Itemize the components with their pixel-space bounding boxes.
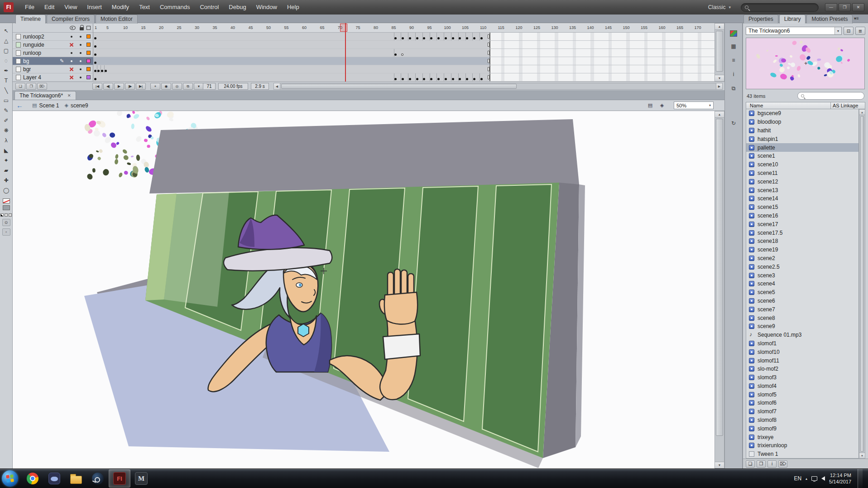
library-item-slomof10[interactable]: slomof10 (746, 348, 858, 356)
taskbar-chrome-icon[interactable] (22, 469, 43, 488)
chevron-down-icon[interactable]: ▾ (834, 27, 841, 34)
swatches-panel-icon[interactable]: ▦ (729, 42, 739, 51)
menu-control[interactable]: Control (195, 0, 224, 14)
tab-properties[interactable]: Properties (743, 14, 778, 24)
layer-lock-dot[interactable] (80, 77, 82, 78)
layer-visible-dot[interactable] (71, 52, 72, 54)
library-item-slomof3[interactable]: slomof3 (746, 373, 858, 382)
library-item-slomof6[interactable]: slomof6 (746, 399, 858, 407)
show-desktop-button[interactable] (858, 469, 863, 488)
taskbar-flash-icon[interactable]: Fl (109, 469, 130, 488)
library-item-trixeye[interactable]: trixeye (746, 433, 858, 441)
library-item-scene2-5[interactable]: scene2.5 (746, 262, 858, 271)
layer-row-bg[interactable]: bg✎ (13, 57, 93, 65)
library-item-pallette[interactable]: pallette (746, 143, 858, 152)
frames-runguide[interactable] (93, 41, 715, 49)
library-scrollbar[interactable]: ▲ ▼ (859, 109, 865, 459)
library-item-scene10[interactable]: scene10 (746, 160, 858, 169)
language-indicator[interactable]: EN (794, 475, 801, 482)
new-folder-button[interactable]: ❐ (757, 460, 766, 468)
align-panel-icon[interactable]: ≡ (729, 56, 739, 65)
taskbar-maya-icon[interactable]: M (130, 469, 152, 488)
library-item-scene8[interactable]: scene8 (746, 314, 858, 322)
edit-scene-button[interactable]: ▤ (646, 101, 655, 109)
layer-row-runloop[interactable]: runloop (13, 49, 93, 57)
delete-layer-button[interactable]: ⌦ (37, 83, 47, 90)
menu-commands[interactable]: Commands (155, 0, 195, 14)
deco-tool[interactable]: ❋ (1, 126, 11, 135)
selection-tool[interactable]: ↖ (1, 26, 11, 35)
library-column-headers[interactable]: Name AS Linkage (746, 102, 865, 109)
scroll-up-arrow[interactable]: ▲ (859, 110, 865, 115)
wagon-roof[interactable] (149, 119, 579, 193)
scroll-right-arrow[interactable]: ▶ (716, 83, 722, 89)
library-item-trixierunloop[interactable]: trixierunloop (746, 441, 858, 450)
scroll-down-arrow[interactable]: ▼ (715, 75, 724, 81)
scroll-down-arrow[interactable]: ▼ (715, 462, 724, 468)
menu-text[interactable]: Text (134, 0, 155, 14)
playhead-marker[interactable] (340, 24, 347, 32)
timeline-horizontal-scrollbar[interactable]: ◀ ▶ (273, 83, 723, 90)
library-item-scene9[interactable]: scene9 (746, 322, 858, 331)
onion-skin-button[interactable]: ◉ (161, 83, 171, 90)
panel-menu-icon[interactable]: ▾≡ (854, 16, 859, 21)
taskbar-explorer-icon[interactable] (65, 469, 87, 488)
library-search-input[interactable] (797, 92, 864, 100)
layer-hidden-x-icon[interactable] (69, 67, 74, 72)
text-tool[interactable]: T (1, 76, 11, 85)
frames-bg[interactable] (93, 57, 715, 65)
library-item-slomof11[interactable]: slomof11 (746, 356, 858, 365)
library-item-slomof9[interactable]: slomof9 (746, 424, 858, 433)
library-item-hatspin1[interactable]: hatspin1 (746, 135, 858, 143)
new-library-panel-button[interactable]: ≣ (855, 27, 865, 35)
pen-tool[interactable]: ✒ (1, 66, 11, 75)
library-item-scene15[interactable]: scene15 (746, 203, 858, 212)
menu-debug[interactable]: Debug (224, 0, 251, 14)
library-item-scene13[interactable]: scene13 (746, 186, 858, 194)
maximize-button[interactable]: ❐ (839, 3, 851, 11)
library-item-hathit[interactable]: hathit (746, 126, 858, 135)
go-to-first-frame-button[interactable]: |◀ (92, 83, 102, 90)
menu-help[interactable]: Help (282, 0, 304, 14)
library-item-scene14[interactable]: scene14 (746, 194, 858, 203)
library-item-tween-1[interactable]: Tween 1 (746, 450, 858, 459)
tab-timeline[interactable]: Timeline (15, 14, 46, 24)
breadcrumb-symbol[interactable]: scene9 (71, 102, 88, 109)
layer-hidden-x-icon[interactable] (69, 43, 74, 47)
taskbar-steam-icon[interactable] (87, 469, 109, 488)
library-item-slomof5[interactable]: slomof5 (746, 390, 858, 399)
menu-file[interactable]: File (20, 0, 39, 14)
snap-to-objects-toggle[interactable]: ⊙ (2, 219, 10, 226)
library-item-scene1[interactable]: scene1 (746, 152, 858, 160)
new-symbol-button[interactable]: ❏ (746, 460, 755, 468)
scroll-up-arrow[interactable]: ▲ (715, 24, 724, 30)
library-item-slomof1[interactable]: slomof1 (746, 339, 858, 348)
search-input[interactable] (741, 3, 819, 12)
layer-outline-color-swatch[interactable] (86, 59, 91, 63)
center-frame-button[interactable]: ⌖ (150, 83, 160, 90)
paint-bucket-tool[interactable]: ◣ (1, 145, 11, 155)
fill-color-well[interactable] (3, 205, 10, 210)
layer-row-bgr[interactable]: bgr (13, 65, 93, 73)
outline-all-layers-icon[interactable] (86, 26, 91, 30)
stage-vertical-scrollbar[interactable]: ▲ ▼ (715, 111, 724, 469)
library-item-scene17[interactable]: scene17 (746, 220, 858, 228)
brush-tool[interactable]: ✐ (1, 116, 11, 125)
scroll-down-arrow[interactable]: ▼ (859, 453, 865, 458)
library-item-slomof4[interactable]: slomof4 (746, 382, 858, 391)
item-properties-button[interactable]: i (767, 460, 777, 468)
layer-outline-color-swatch[interactable] (86, 75, 91, 79)
step-back-button[interactable]: ◀| (103, 83, 113, 90)
layer-outline-color-swatch[interactable] (86, 34, 91, 39)
timeline-vertical-scrollbar[interactable]: ▲ ▼ (715, 23, 724, 82)
layer-visible-dot[interactable] (71, 60, 72, 62)
library-item-scene4[interactable]: scene4 (746, 280, 858, 288)
menu-edit[interactable]: Edit (39, 0, 59, 14)
library-item-scene2[interactable]: scene2 (746, 254, 858, 263)
line-tool[interactable]: ╲ (1, 86, 11, 95)
workspace-switcher[interactable]: Classic ▾ (705, 3, 734, 11)
taskbar-discord-icon[interactable] (43, 469, 65, 488)
no-color-button[interactable] (5, 213, 8, 217)
tab-compiler-errors[interactable]: Compiler Errors (47, 14, 95, 24)
subselection-tool[interactable]: △ (1, 36, 11, 45)
